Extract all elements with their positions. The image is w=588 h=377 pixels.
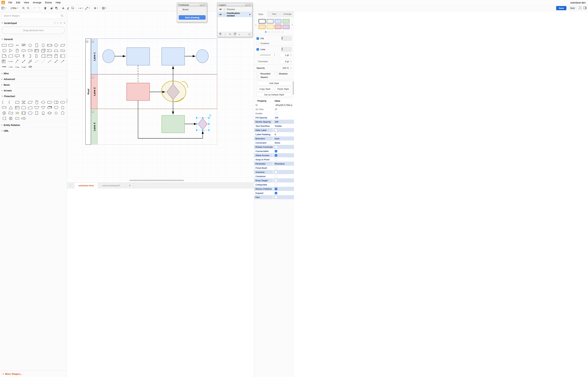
section-advanced[interactable]: Advanced (0, 76, 67, 82)
delete-button[interactable] (44, 7, 46, 10)
table-button[interactable] (102, 7, 107, 10)
style-swatch-7[interactable] (275, 25, 282, 29)
property-row-double[interactable]: Double (254, 111, 294, 116)
line-color-button[interactable] (67, 7, 69, 10)
shape-sort[interactable] (46, 110, 53, 116)
page-tab-cross-functional-fl-[interactable]: cross-functional-fl... (98, 183, 126, 188)
shape-preparation[interactable] (27, 110, 33, 116)
shape-parallelogram[interactable] (59, 43, 66, 48)
help-icon[interactable]: ? (54, 22, 55, 24)
shape-note[interactable] (1, 54, 8, 59)
freehand-window[interactable]: Freehand ✕ Brush Start drawing (177, 3, 207, 22)
prop-text-overflow-value[interactable]: Visible (275, 125, 282, 127)
prop-snap-to-point-checkbox[interactable] (275, 158, 277, 161)
fill-color-swatch[interactable] (281, 36, 292, 41)
shape-internal-storage-2[interactable] (14, 105, 21, 110)
prop-direction-value[interactable]: East (275, 137, 279, 140)
add-icon[interactable]: + (57, 22, 58, 24)
copy-style-button[interactable]: Copy Style (256, 87, 273, 91)
property-row-label-padding[interactable]: Label Padding 0 (254, 132, 294, 137)
prop-container-checkbox[interactable] (275, 175, 277, 177)
prop-resize-children-checkbox[interactable] (275, 188, 277, 189)
delete-layer-icon[interactable] (219, 33, 222, 36)
shape-display[interactable] (59, 105, 66, 110)
shape-rounded-rectangle[interactable] (8, 43, 14, 48)
property-row-allow-arrows[interactable]: Allow Arrows (254, 153, 294, 157)
sketch-checkbox[interactable] (256, 76, 259, 79)
value-column-header[interactable]: Value (273, 99, 294, 103)
scratchpad-header[interactable]: Scratchpad ? + ✎ ✕ (0, 20, 67, 26)
close-icon[interactable]: ✕ (203, 4, 205, 6)
property-row-connectable[interactable]: Connectable (254, 149, 294, 153)
section-flowchart[interactable]: Flowchart (0, 93, 67, 99)
layers-window[interactable]: Layers ✕ Process Clarification needed ● … (217, 3, 253, 37)
tab-arrange[interactable]: Arrange (281, 11, 294, 17)
minimize-icon[interactable] (245, 4, 248, 6)
prop-fill-opacity-value[interactable]: 100 (275, 116, 278, 119)
paste-style-button[interactable]: Paste Style (275, 87, 292, 91)
shape-document[interactable] (27, 48, 33, 53)
shape-line[interactable] (46, 59, 53, 64)
zoom-level-dropdown[interactable]: 175% (10, 7, 18, 10)
shape-or[interactable] (27, 54, 33, 59)
shape-block-arrow[interactable] (21, 116, 27, 121)
shape-terminator-2[interactable] (14, 116, 21, 121)
zoom-out-button[interactable] (27, 7, 30, 10)
shape-hexagon[interactable] (1, 48, 8, 53)
prop-drop-target-checkbox[interactable] (275, 179, 277, 182)
shape-horizontal-container[interactable] (59, 54, 66, 59)
property-row-arc-size[interactable]: Arc Size 20 (254, 107, 294, 111)
waypoints-button[interactable] (85, 7, 90, 10)
duplicate-layer-icon[interactable] (234, 33, 236, 36)
prop-autosize-checkbox[interactable] (275, 171, 277, 173)
sidebar-resize-handle[interactable] (66, 99, 67, 103)
section-misc[interactable]: Misc (0, 71, 67, 76)
swatch-next-icon[interactable]: › (292, 23, 293, 27)
prop-perimeter-value[interactable]: Rhombus (275, 163, 285, 165)
menu-file[interactable]: File (7, 1, 14, 4)
format-panel-scrollbar[interactable] (293, 81, 294, 95)
shape-list[interactable]: List (1, 59, 8, 64)
shape-data[interactable] (27, 100, 33, 105)
shape-card-2[interactable] (14, 100, 21, 105)
shape-link[interactable] (1, 64, 8, 69)
shape-connector[interactable] (53, 110, 59, 116)
shape-internal-storage[interactable] (33, 48, 40, 53)
line-width-stepper[interactable]: ▲▼ (290, 54, 292, 56)
redo-button[interactable]: ↷ (38, 7, 40, 10)
style-swatch-3[interactable] (275, 19, 282, 24)
shape-process[interactable] (46, 43, 53, 48)
layer-row-process[interactable]: Process (218, 7, 252, 12)
lane-3-collapse-button[interactable]: – (92, 110, 94, 113)
line-color-swatch[interactable] (281, 47, 292, 51)
shape-triangle[interactable] (8, 48, 14, 53)
style-swatch-6[interactable] (267, 25, 274, 29)
lock-icon[interactable] (223, 13, 225, 16)
pool-collapse-button[interactable]: – (86, 40, 88, 43)
menu-edit[interactable]: Edit (14, 1, 22, 4)
shape-dashed-line[interactable] (33, 59, 40, 64)
shape-collate[interactable] (21, 100, 27, 105)
undo-button[interactable]: ↶ (33, 7, 36, 10)
start-drawing-button[interactable]: Start drawing (179, 15, 206, 20)
set-default-style-button[interactable]: Set as Default Style (256, 92, 292, 97)
line-style-dropdown[interactable] (258, 53, 277, 57)
freehand-window-titlebar[interactable]: Freehand ✕ (178, 3, 207, 7)
add-layer-icon[interactable]: + (239, 33, 240, 35)
end-event-node[interactable] (196, 49, 208, 63)
shape-annotation-2[interactable] (8, 100, 14, 105)
resize-grip-icon[interactable] (248, 33, 250, 35)
swatch-pager[interactable] (254, 29, 294, 35)
shape-dotted-line[interactable] (40, 59, 46, 64)
zoom-in-button[interactable] (22, 7, 25, 10)
shape-diamond[interactable] (53, 43, 59, 48)
shape-direct-access-storage[interactable] (53, 100, 59, 105)
swatch-prev-icon[interactable]: ‹ (255, 23, 256, 27)
shape-decision[interactable] (40, 100, 46, 105)
menu-arrange[interactable]: Arrange (31, 1, 43, 4)
shape-document-2[interactable] (1, 105, 8, 110)
shape-list-item[interactable]: List Item (8, 59, 14, 64)
scratchpad-dropzone[interactable]: Drag elements here (2, 26, 65, 34)
prop-constraint-value[interactable]: None (275, 141, 280, 144)
shape-textbox[interactable]: Heading (21, 43, 27, 48)
